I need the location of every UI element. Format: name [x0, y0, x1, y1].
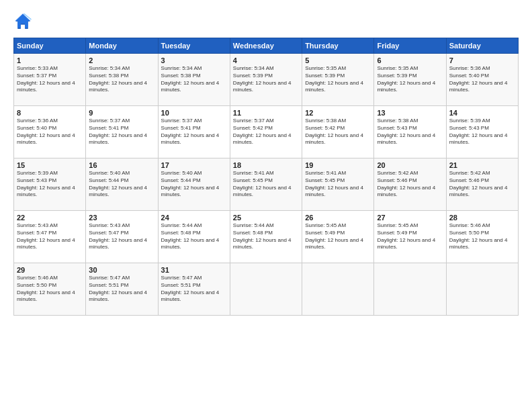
cell-info: Daylight: 12 hours and 4 minutes. [305, 132, 371, 147]
day-number: 31 [161, 266, 227, 274]
cell-info: Daylight: 12 hours and 4 minutes. [233, 80, 299, 95]
cell-info: Sunset: 5:49 PM [377, 230, 443, 237]
calendar-cell: 7Sunrise: 5:36 AMSunset: 5:40 PMDaylight… [446, 54, 518, 106]
day-number: 17 [161, 161, 227, 169]
cell-info: Daylight: 12 hours and 4 minutes. [161, 80, 227, 95]
calendar-cell [302, 263, 374, 316]
calendar-cell: 12Sunrise: 5:38 AMSunset: 5:42 PMDayligh… [302, 106, 374, 158]
cell-info: Sunrise: 5:44 AM [161, 222, 227, 230]
calendar-cell: 15Sunrise: 5:39 AMSunset: 5:43 PMDayligh… [14, 158, 86, 211]
calendar-cell: 11Sunrise: 5:37 AMSunset: 5:42 PMDayligh… [230, 106, 302, 158]
cell-info: Daylight: 12 hours and 4 minutes. [89, 237, 154, 252]
cell-info: Sunset: 5:38 PM [89, 73, 154, 80]
cell-info: Sunrise: 5:35 AM [305, 65, 371, 73]
calendar-cell: 21Sunrise: 5:42 AMSunset: 5:46 PMDayligh… [446, 158, 518, 211]
calendar-cell: 28Sunrise: 5:46 AMSunset: 5:50 PMDayligh… [446, 211, 518, 263]
calendar-cell: 3Sunrise: 5:34 AMSunset: 5:38 PMDaylight… [158, 54, 230, 106]
day-number: 26 [305, 214, 371, 222]
cell-info: Daylight: 12 hours and 4 minutes. [17, 237, 83, 252]
cell-info: Daylight: 12 hours and 4 minutes. [305, 237, 371, 252]
cell-info: Daylight: 12 hours and 4 minutes. [305, 80, 371, 95]
cell-info: Sunrise: 5:43 AM [89, 222, 154, 230]
day-number: 16 [89, 161, 154, 169]
cell-info: Daylight: 12 hours and 4 minutes. [161, 289, 227, 304]
day-number: 21 [449, 161, 515, 169]
cell-info: Daylight: 12 hours and 4 minutes. [89, 80, 154, 95]
cell-info: Daylight: 12 hours and 4 minutes. [305, 185, 371, 199]
cell-info: Daylight: 12 hours and 4 minutes. [233, 237, 299, 252]
calendar-cell: 9Sunrise: 5:37 AMSunset: 5:41 PMDaylight… [86, 106, 158, 158]
calendar-cell: 31Sunrise: 5:47 AMSunset: 5:51 PMDayligh… [158, 263, 230, 316]
cell-info: Sunset: 5:41 PM [89, 125, 154, 132]
cell-info: Daylight: 12 hours and 4 minutes. [17, 185, 83, 199]
cell-info: Sunset: 5:43 PM [449, 125, 515, 132]
calendar-cell: 25Sunrise: 5:44 AMSunset: 5:48 PMDayligh… [230, 211, 302, 263]
day-number: 30 [89, 266, 154, 274]
day-number: 7 [449, 56, 515, 64]
calendar-cell: 29Sunrise: 5:46 AMSunset: 5:50 PMDayligh… [14, 263, 86, 316]
calendar-cell: 5Sunrise: 5:35 AMSunset: 5:39 PMDaylight… [302, 54, 374, 106]
cell-info: Sunrise: 5:46 AM [449, 222, 515, 230]
calendar-cell: 19Sunrise: 5:41 AMSunset: 5:45 PMDayligh… [302, 158, 374, 211]
cell-info: Daylight: 12 hours and 4 minutes. [377, 132, 443, 147]
day-number: 15 [17, 161, 83, 169]
calendar-week-row: 22Sunrise: 5:43 AMSunset: 5:47 PMDayligh… [14, 211, 519, 263]
header [13, 12, 519, 31]
cell-info: Sunset: 5:50 PM [449, 230, 515, 237]
cell-info: Sunset: 5:40 PM [449, 73, 515, 80]
cell-info: Daylight: 12 hours and 4 minutes. [17, 80, 83, 95]
day-number: 18 [233, 161, 299, 169]
calendar-week-row: 8Sunrise: 5:36 AMSunset: 5:40 PMDaylight… [14, 106, 519, 158]
cell-info: Sunset: 5:44 PM [89, 177, 154, 185]
cell-info: Sunrise: 5:36 AM [449, 65, 515, 73]
cell-info: Daylight: 12 hours and 4 minutes. [449, 237, 515, 252]
cell-info: Sunset: 5:42 PM [233, 125, 299, 132]
cell-info: Sunset: 5:48 PM [233, 230, 299, 237]
cell-info: Sunset: 5:46 PM [377, 177, 443, 185]
day-number: 2 [89, 56, 154, 64]
day-number: 12 [305, 109, 371, 117]
calendar-cell: 23Sunrise: 5:43 AMSunset: 5:47 PMDayligh… [86, 211, 158, 263]
calendar-cell: 13Sunrise: 5:38 AMSunset: 5:43 PMDayligh… [374, 106, 446, 158]
day-number: 8 [17, 109, 83, 117]
day-number: 23 [89, 214, 154, 222]
calendar-cell: 14Sunrise: 5:39 AMSunset: 5:43 PMDayligh… [446, 106, 518, 158]
cell-info: Sunrise: 5:40 AM [89, 170, 154, 177]
day-number: 29 [17, 266, 83, 274]
cell-info: Daylight: 12 hours and 4 minutes. [89, 132, 154, 147]
cell-info: Sunset: 5:40 PM [17, 125, 83, 132]
weekday-header: Sunday [14, 38, 86, 54]
day-number: 11 [233, 109, 299, 117]
cell-info: Sunset: 5:44 PM [161, 177, 227, 185]
cell-info: Sunset: 5:51 PM [89, 282, 154, 289]
cell-info: Sunrise: 5:42 AM [449, 170, 515, 177]
day-number: 13 [377, 109, 443, 117]
day-number: 20 [377, 161, 443, 169]
calendar-cell: 20Sunrise: 5:42 AMSunset: 5:46 PMDayligh… [374, 158, 446, 211]
cell-info: Sunrise: 5:44 AM [233, 222, 299, 230]
day-number: 9 [89, 109, 154, 117]
cell-info: Daylight: 12 hours and 4 minutes. [449, 132, 515, 147]
calendar-table: SundayMondayTuesdayWednesdayThursdayFrid… [13, 38, 519, 316]
cell-info: Sunrise: 5:37 AM [89, 118, 154, 125]
page: SundayMondayTuesdayWednesdayThursdayFrid… [0, 0, 532, 411]
cell-info: Sunset: 5:47 PM [89, 230, 154, 237]
weekday-header: Wednesday [230, 38, 302, 54]
calendar-cell: 1Sunrise: 5:33 AMSunset: 5:37 PMDaylight… [14, 54, 86, 106]
cell-info: Sunrise: 5:42 AM [377, 170, 443, 177]
day-number: 19 [305, 161, 371, 169]
calendar-week-row: 15Sunrise: 5:39 AMSunset: 5:43 PMDayligh… [14, 158, 519, 211]
weekday-header: Thursday [302, 38, 374, 54]
cell-info: Sunset: 5:47 PM [17, 230, 83, 237]
cell-info: Sunset: 5:39 PM [233, 73, 299, 80]
cell-info: Sunset: 5:41 PM [161, 125, 227, 132]
calendar-cell: 27Sunrise: 5:45 AMSunset: 5:49 PMDayligh… [374, 211, 446, 263]
day-number: 22 [17, 214, 83, 222]
weekday-header-row: SundayMondayTuesdayWednesdayThursdayFrid… [14, 38, 519, 54]
cell-info: Daylight: 12 hours and 4 minutes. [161, 185, 227, 199]
calendar-cell: 22Sunrise: 5:43 AMSunset: 5:47 PMDayligh… [14, 211, 86, 263]
day-number: 4 [233, 56, 299, 64]
calendar-cell: 30Sunrise: 5:47 AMSunset: 5:51 PMDayligh… [86, 263, 158, 316]
cell-info: Sunset: 5:38 PM [161, 73, 227, 80]
weekday-header: Friday [374, 38, 446, 54]
